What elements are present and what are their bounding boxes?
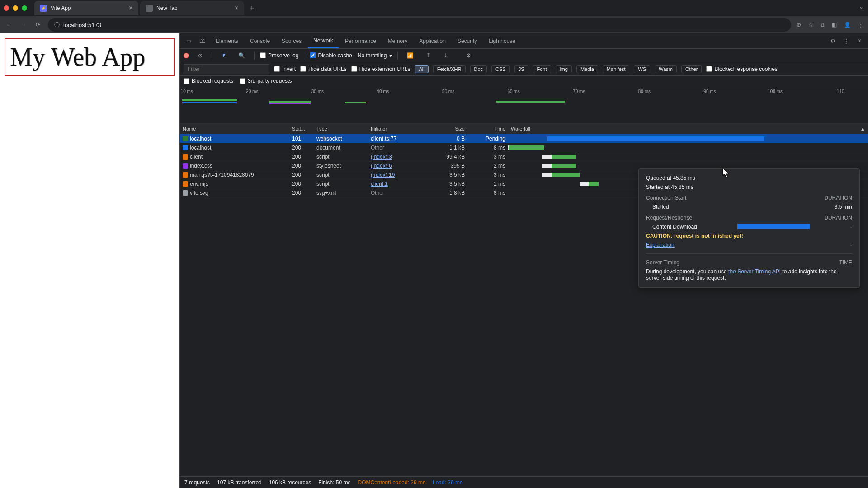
filter-type-font[interactable]: Font — [533, 65, 551, 73]
preserve-log-checkbox[interactable]: Preserve log — [260, 52, 298, 59]
throttling-select[interactable]: No throttling▾ — [358, 52, 392, 59]
stalled-label: Stalled — [646, 204, 669, 210]
table-row[interactable]: localhost200documentOther1.1 kB8 ms — [180, 143, 868, 152]
filter-type-other[interactable]: Other — [681, 65, 702, 73]
maximize-window-button[interactable] — [22, 5, 27, 11]
explanation-link[interactable]: Explanation — [646, 242, 675, 248]
blocked-requests-checkbox[interactable]: Blocked requests — [184, 78, 233, 84]
status-requests: 7 requests — [184, 479, 210, 486]
close-tab-icon[interactable]: ✕ — [128, 5, 133, 11]
initiator-link[interactable]: client.ts:77 — [371, 136, 396, 142]
col-status[interactable]: Stat... — [289, 126, 314, 131]
status-finish: Finish: 50 ms — [318, 479, 350, 486]
export-icon[interactable]: ⤓ — [440, 50, 452, 61]
connection-start-label: Connection Start — [646, 195, 686, 201]
devtools-tab-security[interactable]: Security — [452, 34, 482, 48]
settings-icon[interactable]: ⚙ — [827, 35, 839, 47]
devtools-tab-network[interactable]: Network — [308, 34, 339, 48]
extensions-icon[interactable]: ⧉ — [821, 22, 825, 28]
file-type-icon — [183, 181, 188, 187]
filter-type-doc[interactable]: Doc — [470, 65, 487, 73]
tab-new-tab[interactable]: New Tab ✕ — [140, 1, 244, 15]
waterfall-bar — [542, 173, 552, 177]
disable-cache-checkbox[interactable]: Disable cache — [310, 52, 352, 59]
side-panel-icon[interactable]: ◧ — [832, 22, 837, 28]
filter-type-img[interactable]: Img — [556, 65, 572, 73]
clear-icon[interactable]: ⊘ — [194, 50, 206, 61]
device-toggle-icon[interactable]: ⌧ — [196, 35, 209, 47]
record-button[interactable] — [184, 53, 189, 58]
overview-bar — [345, 102, 366, 103]
import-icon[interactable]: ⤒ — [423, 50, 434, 61]
size-cell: 1.8 kB — [431, 190, 467, 196]
bookmark-icon[interactable]: ☆ — [808, 22, 813, 28]
request-name: main.js?t=1710941828679 — [190, 172, 254, 178]
network-conditions-icon[interactable]: 📶 — [403, 50, 417, 61]
hide-extension-urls-checkbox[interactable]: Hide extension URLs — [351, 66, 410, 72]
filter-type-all[interactable]: All — [415, 65, 428, 73]
col-name[interactable]: Name — [180, 126, 289, 131]
more-icon[interactable]: ⋮ — [840, 35, 853, 47]
table-row[interactable]: client200script(index):399.4 kB3 ms — [180, 152, 868, 161]
table-row[interactable]: localhost101websocketclient.ts:770 BPend… — [180, 134, 868, 143]
close-tab-icon[interactable]: ✕ — [234, 5, 239, 11]
devtools-tab-elements[interactable]: Elements — [210, 34, 244, 48]
filter-type-manifest[interactable]: Manifest — [603, 65, 630, 73]
blocked-cookies-label: Blocked response cookies — [714, 66, 777, 72]
close-window-button[interactable] — [4, 5, 9, 11]
overview-timeline[interactable]: 10 ms20 ms30 ms40 ms50 ms60 ms70 ms80 ms… — [180, 87, 868, 123]
initiator-link[interactable]: client:1 — [371, 181, 388, 187]
col-size[interactable]: Size — [431, 126, 467, 131]
filter-toggle-icon[interactable]: ⧩ — [217, 50, 229, 61]
col-initiator[interactable]: Initiator — [368, 126, 431, 131]
filter-type-js[interactable]: JS — [514, 65, 528, 73]
col-waterfall[interactable]: Waterfall — [508, 126, 860, 131]
tab-vite-app[interactable]: ⚡ Vite App ✕ — [34, 1, 138, 15]
address-bar[interactable]: ⓘ localhost:5173 — [48, 18, 791, 32]
filter-type-wasm[interactable]: Wasm — [655, 65, 677, 73]
devtools-tab-application[interactable]: Application — [414, 34, 451, 48]
search-icon[interactable]: 🔍 — [235, 50, 249, 61]
filter-type-css[interactable]: CSS — [491, 65, 510, 73]
hide-ext-label: Hide extension URLs — [359, 66, 410, 72]
forward-button[interactable]: → — [19, 22, 28, 28]
tab-title: New Tab — [156, 5, 231, 11]
profile-icon[interactable]: 👤 — [844, 22, 851, 28]
duration-label: DURATION — [824, 215, 852, 221]
overview-tick: 30 ms — [311, 89, 324, 94]
menu-icon[interactable]: ⋮ — [858, 22, 863, 28]
hide-data-urls-checkbox[interactable]: Hide data URLs — [300, 66, 347, 72]
filter-type-ws[interactable]: WS — [634, 65, 650, 73]
devtools-tab-console[interactable]: Console — [245, 34, 275, 48]
initiator-link[interactable]: (index):3 — [371, 154, 392, 160]
filter-type-media[interactable]: Media — [576, 65, 598, 73]
reload-button[interactable]: ⟳ — [33, 22, 42, 28]
col-time[interactable]: Time — [467, 126, 508, 131]
back-button[interactable]: ← — [5, 22, 14, 28]
initiator-link[interactable]: (index):6 — [371, 163, 392, 169]
minimize-window-button[interactable] — [13, 5, 18, 11]
file-type-icon — [183, 172, 188, 178]
close-devtools-icon[interactable]: ✕ — [854, 35, 865, 47]
chevron-down-icon[interactable]: ⌄ — [859, 4, 863, 10]
third-party-checkbox[interactable]: 3rd-party requests — [240, 78, 292, 84]
invert-checkbox[interactable]: Invert — [274, 66, 296, 72]
devtools-tab-lighthouse[interactable]: Lighthouse — [483, 34, 521, 48]
site-info-icon[interactable]: ⓘ — [54, 21, 60, 29]
initiator-link[interactable]: (index):19 — [371, 172, 395, 178]
blocked-cookies-checkbox[interactable]: Blocked response cookies — [706, 66, 777, 72]
server-timing-api-link[interactable]: the Server Timing API — [728, 268, 781, 275]
new-tab-button[interactable]: + — [246, 2, 258, 15]
file-type-icon — [183, 145, 188, 150]
invert-label: Invert — [282, 66, 296, 72]
filter-type-fetchxhr[interactable]: Fetch/XHR — [433, 65, 466, 73]
filter-input[interactable] — [184, 64, 269, 74]
devtools-tab-sources[interactable]: Sources — [276, 34, 307, 48]
zoom-icon[interactable]: ⊕ — [797, 22, 801, 28]
devtools-tab-performance[interactable]: Performance — [340, 34, 382, 48]
devtools-tab-memory[interactable]: Memory — [382, 34, 413, 48]
overview-tick: 90 ms — [703, 89, 716, 94]
settings-icon[interactable]: ⚙ — [462, 50, 475, 61]
inspect-icon[interactable]: ▭ — [183, 35, 195, 47]
col-type[interactable]: Type — [314, 126, 368, 131]
